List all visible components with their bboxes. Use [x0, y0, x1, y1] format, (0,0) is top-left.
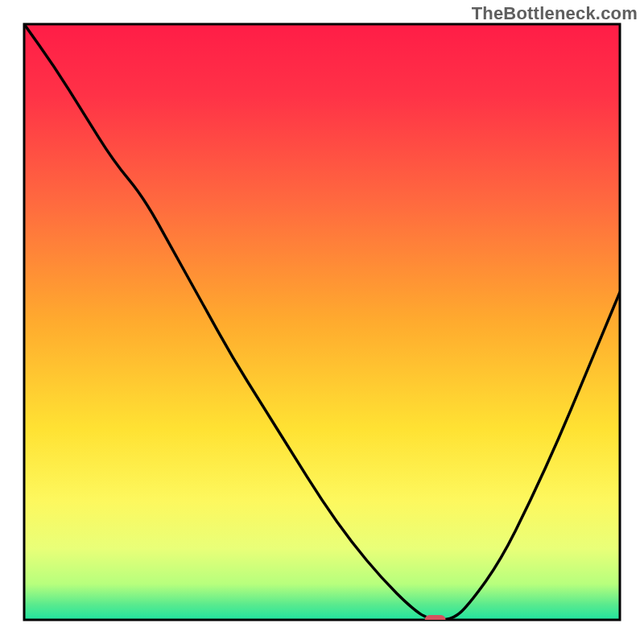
plot-background	[24, 24, 620, 620]
watermark-text: TheBottleneck.com	[472, 3, 638, 24]
minimum-marker	[425, 615, 446, 625]
bottleneck-chart	[0, 0, 644, 644]
chart-container: TheBottleneck.com	[0, 0, 644, 644]
